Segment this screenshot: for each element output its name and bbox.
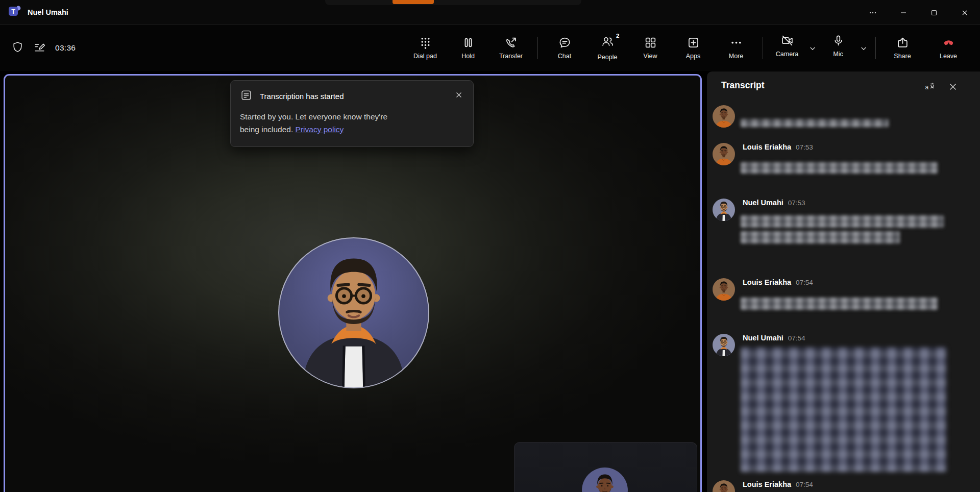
- minimize-button[interactable]: [888, 0, 919, 25]
- transcript-doc-icon: [240, 89, 253, 104]
- hang-up-icon: [942, 36, 955, 49]
- chat-icon: [558, 36, 571, 49]
- window-title: Nuel Umahi: [28, 8, 68, 16]
- more-ellipsis-icon: [730, 36, 743, 49]
- participant-avatar: [278, 237, 429, 388]
- transcript-header: Transcript a: [707, 71, 980, 101]
- transfer-button[interactable]: Transfer: [489, 34, 532, 62]
- share-button[interactable]: Share: [881, 34, 924, 62]
- camera-off-icon: [781, 34, 794, 47]
- chevron-down-icon: [860, 45, 867, 52]
- transcript-close-button[interactable]: [945, 79, 961, 94]
- timestamp: 07:53: [788, 199, 805, 207]
- leave-button[interactable]: Leave: [924, 34, 973, 62]
- meeting-notes-icon[interactable]: [33, 41, 46, 56]
- people-icon: [601, 35, 614, 48]
- timestamp: 07:54: [796, 481, 813, 488]
- mic-icon: [832, 34, 845, 47]
- chat-button[interactable]: Chat: [543, 34, 586, 62]
- self-view-avatar: [582, 468, 628, 492]
- translate-icon: a: [924, 82, 935, 92]
- transcription-toast: Transcription has started Started by you…: [230, 80, 474, 147]
- privacy-policy-link[interactable]: Privacy policy: [296, 125, 344, 134]
- apps-icon: [687, 36, 700, 49]
- hold-icon: [462, 36, 475, 49]
- teams-logo-icon: T: [8, 5, 21, 20]
- speaker-name: Louis Eriakha: [743, 278, 791, 286]
- avatar: [713, 334, 735, 356]
- redacted-text: [741, 298, 938, 310]
- gallery-view-icon: [644, 36, 657, 49]
- call-health-shield-icon[interactable]: [11, 41, 24, 56]
- speaker-name: Nuel Umahi: [743, 199, 783, 207]
- call-toolbar: 03:36 Dial pad Hold Transfer: [0, 25, 980, 71]
- avatar: [713, 480, 735, 492]
- svg-text:a: a: [925, 84, 929, 91]
- screenshare-indicator-tab[interactable]: [393, 0, 434, 4]
- more-button[interactable]: More: [715, 34, 757, 62]
- speaker-name: Louis Eriakha: [743, 480, 791, 488]
- hold-button[interactable]: Hold: [447, 34, 489, 62]
- transcript-title: Transcript: [721, 80, 765, 91]
- titlebar-more-button[interactable]: [857, 0, 888, 25]
- speaker-name: Louis Eriakha: [743, 143, 791, 151]
- mic-options-chevron[interactable]: [857, 33, 870, 64]
- svg-text:T: T: [11, 8, 15, 15]
- close-icon: [961, 9, 969, 17]
- toast-body: Started by you. Let everyone know they'r…: [240, 110, 459, 136]
- toast-close-button[interactable]: [451, 87, 467, 103]
- avatar: [713, 143, 735, 165]
- titlebar: T Nuel Umahi: [0, 0, 980, 25]
- people-button[interactable]: 2 People: [586, 33, 629, 63]
- avatar: [713, 105, 735, 128]
- toolbar-divider: [537, 37, 538, 59]
- share-screen-icon: [896, 36, 909, 49]
- avatar: [713, 199, 735, 221]
- toolbar-divider: [763, 37, 763, 59]
- mic-button[interactable]: Mic: [819, 32, 857, 60]
- screenshare-toolbar-pill: [325, 0, 581, 5]
- camera-options-chevron[interactable]: [806, 33, 819, 64]
- toolbar-divider: [875, 37, 876, 59]
- close-icon: [455, 91, 463, 99]
- ellipsis-icon: [869, 9, 877, 17]
- camera-button[interactable]: Camera: [768, 32, 806, 60]
- redacted-text: [741, 162, 938, 174]
- toast-title: Transcription has started: [260, 92, 344, 101]
- transfer-call-icon: [505, 36, 518, 49]
- redacted-text: [741, 215, 944, 228]
- dial-pad-button[interactable]: Dial pad: [404, 34, 447, 62]
- avatar: [713, 278, 735, 301]
- maximize-button[interactable]: [919, 0, 949, 25]
- timestamp: 07:54: [788, 334, 805, 342]
- speaker-name: Nuel Umahi: [743, 334, 783, 342]
- redacted-text-block: [741, 347, 947, 472]
- timestamp: 07:54: [796, 279, 813, 286]
- chevron-down-icon: [809, 45, 816, 52]
- redacted-text: [741, 231, 900, 243]
- self-view-pip-tile[interactable]: [514, 442, 697, 492]
- apps-button[interactable]: Apps: [672, 34, 715, 62]
- call-timer: 03:36: [55, 43, 76, 53]
- transcript-panel: Transcript a Louis Eriakha 07:53: [707, 71, 980, 492]
- view-button[interactable]: View: [629, 34, 672, 62]
- redacted-text: [741, 119, 889, 127]
- people-count-badge: 2: [616, 33, 619, 39]
- minimize-icon: [899, 9, 908, 17]
- timestamp: 07:53: [796, 143, 813, 151]
- close-icon: [948, 82, 958, 92]
- close-window-button[interactable]: [949, 0, 980, 25]
- dial-pad-icon: [419, 36, 432, 49]
- maximize-icon: [930, 9, 938, 17]
- translate-language-button[interactable]: a: [922, 79, 937, 94]
